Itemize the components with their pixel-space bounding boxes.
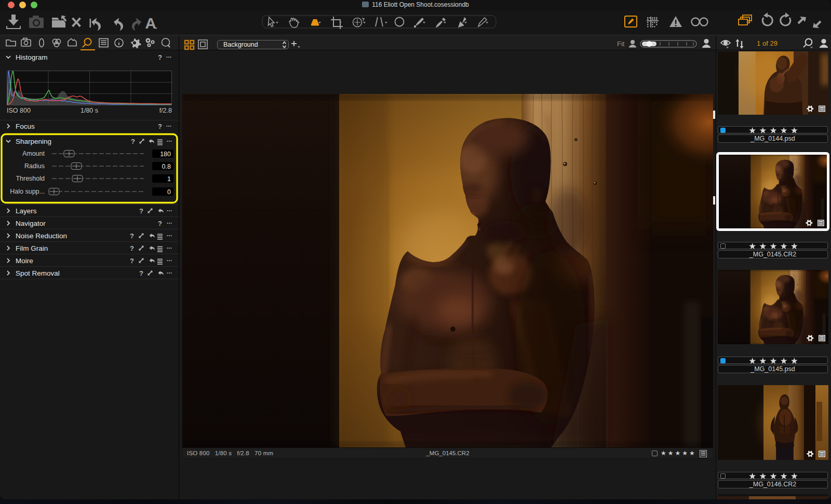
svg-text:Layers: Layers <box>16 207 37 215</box>
svg-text:Film Grain: Film Grain <box>16 244 48 252</box>
svg-text:180: 180 <box>160 151 171 158</box>
svg-text:1 of 29: 1 of 29 <box>757 39 778 47</box>
svg-text:Noise Reduction: Noise Reduction <box>16 232 67 240</box>
svg-text:f/2.8: f/2.8 <box>159 107 172 114</box>
svg-text:Threshold: Threshold <box>16 175 45 182</box>
svg-text:Histogram: Histogram <box>16 53 48 61</box>
svg-text:Sharpening: Sharpening <box>16 138 51 145</box>
svg-text:1: 1 <box>167 175 171 183</box>
svg-text:Navigator: Navigator <box>16 220 46 227</box>
svg-text:Spot Removal: Spot Removal <box>16 269 60 277</box>
svg-text:Focus: Focus <box>16 122 35 130</box>
svg-text:A: A <box>145 15 156 32</box>
svg-text:0: 0 <box>167 188 171 196</box>
svg-text:Fit: Fit <box>617 40 625 48</box>
svg-text:0.8: 0.8 <box>162 163 171 170</box>
svg-text:ISO 800: ISO 800 <box>7 107 31 114</box>
svg-text:Amount: Amount <box>22 150 45 157</box>
svg-text:1/80 s: 1/80 s <box>81 107 98 114</box>
svg-text:Halo supp...: Halo supp... <box>10 188 45 195</box>
svg-text:Radius: Radius <box>24 162 45 170</box>
svg-text:Background: Background <box>223 41 258 48</box>
svg-text:Moire: Moire <box>16 257 33 265</box>
